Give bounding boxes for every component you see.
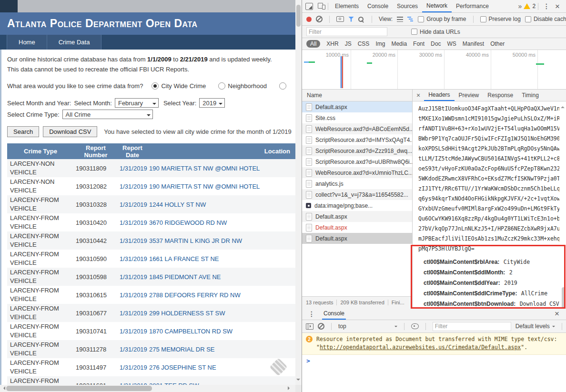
- type-filter-chip[interactable]: JS: [345, 40, 352, 47]
- cell-location[interactable]: 1870 CAMPBELLTON RD SW: [147, 328, 295, 335]
- radio-icon[interactable]: [279, 82, 286, 90]
- detail-tab[interactable]: Timing: [517, 90, 543, 101]
- issues-warning-badge[interactable]: 2: [524, 3, 536, 10]
- year-select[interactable]: 2019: [199, 98, 225, 108]
- scroll-down-arrow-icon[interactable]: [296, 379, 300, 382]
- warning-url-link[interactable]: http://opendataportal.azurewebsites.us/C…: [320, 344, 521, 351]
- area-radio-option[interactable]: City Wide Crime: [152, 82, 206, 90]
- cell-location[interactable]: 275 MEMORIAL DR SE: [147, 346, 295, 353]
- type-filter-chip[interactable]: Doc: [431, 40, 441, 47]
- devtools-tab[interactable]: Console: [363, 0, 393, 12]
- page-horizontal-scrollbar[interactable]: [0, 385, 295, 392]
- device-toolbar-icon[interactable]: [318, 3, 325, 10]
- radio-icon[interactable]: [218, 82, 225, 90]
- console-filter-input[interactable]: [433, 322, 511, 331]
- type-filter-chip[interactable]: WS: [447, 40, 456, 47]
- overview-view-icon[interactable]: [407, 17, 414, 22]
- radio-icon[interactable]: [152, 82, 159, 90]
- search-button[interactable]: Search: [7, 126, 39, 137]
- scrollbar-thumb[interactable]: [562, 287, 565, 309]
- request-row[interactable]: Default.aspx: [302, 211, 412, 222]
- radio-label[interactable]: Neighborhood: [228, 82, 267, 90]
- area-radio-option[interactable]: [279, 82, 289, 90]
- cell-location[interactable]: 1661 LA FRANCE ST NE: [147, 255, 295, 262]
- request-row[interactable]: WebResource.axd?d=xUmnioThzLC...: [302, 167, 412, 178]
- clear-console-icon[interactable]: [318, 323, 324, 330]
- devtools-tab[interactable]: Elements: [331, 0, 363, 12]
- cell-report-date[interactable]: 1/31/2019: [118, 255, 147, 262]
- request-row[interactable]: data:image/png;base...: [302, 200, 412, 211]
- checkbox-icon[interactable]: [411, 29, 417, 35]
- nav-tab[interactable]: Crime Data: [47, 35, 102, 50]
- type-filter-chip[interactable]: XHR: [326, 40, 338, 47]
- checkbox-icon[interactable]: [418, 16, 424, 22]
- devtools-close-icon[interactable]: ×: [552, 2, 563, 10]
- scrollbar-thumb[interactable]: [296, 5, 301, 27]
- scrollbar-thumb[interactable]: [6, 386, 152, 391]
- search-icon[interactable]: [358, 17, 364, 22]
- group-by-frame-checkbox[interactable]: Group by frame: [418, 16, 466, 22]
- radio-label[interactable]: City Wide Crime: [161, 82, 206, 90]
- console-tab[interactable]: Console: [322, 308, 346, 320]
- hide-data-urls-checkbox[interactable]: Hide data URLs: [411, 29, 460, 35]
- devtools-tab[interactable]: Performance: [452, 0, 493, 12]
- screenshot-capture-icon[interactable]: [336, 16, 344, 22]
- cell-location[interactable]: 2788 DEFOORS FERRY RD NW: [147, 291, 295, 299]
- warning-count-badge[interactable]: 2: [306, 336, 313, 342]
- cell-report-date[interactable]: 1/31/2019: [118, 328, 147, 335]
- type-filter-chip[interactable]: Manifest: [463, 40, 484, 47]
- type-filter-chip[interactable]: Other: [490, 40, 505, 47]
- checkbox-icon[interactable]: [525, 16, 531, 22]
- cell-location[interactable]: 1845 PIEDMONT AVE NE: [147, 273, 295, 281]
- checkbox-icon[interactable]: [480, 16, 486, 22]
- request-row[interactable]: collect?v=1&_v=j73&a=116545582...: [302, 189, 412, 200]
- cell-report-date[interactable]: 1/31/2019: [118, 201, 147, 208]
- cell-location[interactable]: 190 MARIETTA ST NW @OMNI HOTEL: [147, 165, 295, 172]
- scroll-right-arrow-icon[interactable]: [288, 386, 292, 390]
- detail-tab[interactable]: Preview: [455, 90, 484, 101]
- detail-close-icon[interactable]: ×: [414, 91, 423, 99]
- network-overview-timeline[interactable]: 10000 ms 20000 ms 30000 ms 40000 ms 5000…: [302, 50, 566, 90]
- download-csv-button[interactable]: Download CSV: [43, 126, 97, 137]
- console-close-icon[interactable]: ×: [552, 310, 562, 318]
- request-rows-view-icon[interactable]: [397, 17, 403, 22]
- devtools-menu-icon[interactable]: ⋮: [541, 2, 552, 10]
- cell-report-date[interactable]: 1/31/2019: [118, 237, 147, 244]
- request-row[interactable]: ScriptResource.axd?d=Zzz918_dwq...: [302, 145, 412, 156]
- cell-report-date[interactable]: 1/31/2019: [118, 183, 147, 190]
- cell-location[interactable]: 1244 HOLLY ST NW: [147, 201, 295, 208]
- cell-report-date[interactable]: 1/31/2019: [118, 346, 147, 353]
- name-column-header[interactable]: Name: [302, 90, 412, 101]
- cell-location[interactable]: 299 HOLDERNESS ST SW: [147, 310, 295, 317]
- disable-cache-checkbox[interactable]: Disable cache: [525, 16, 566, 22]
- record-icon[interactable]: [306, 17, 312, 22]
- scroll-left-arrow-icon[interactable]: [1, 386, 5, 390]
- cell-report-date[interactable]: 1/31/2019: [118, 165, 147, 172]
- cell-location[interactable]: 3537 MARTIN L KING JR DR NW: [147, 237, 295, 244]
- request-row[interactable]: ScriptResource.axd?d=uUBRhw8Q6i...: [302, 156, 412, 167]
- devtools-tab[interactable]: Sources: [393, 0, 422, 12]
- request-row[interactable]: Default.aspx: [302, 101, 412, 112]
- request-row[interactable]: ScriptResource.axd?d=IMYSxQAgT4...: [302, 134, 412, 145]
- type-filter-chip[interactable]: Img: [375, 40, 385, 47]
- request-row[interactable]: Default.aspx: [302, 222, 412, 233]
- crime-type-select[interactable]: All Crime: [62, 110, 153, 119]
- cell-report-date[interactable]: 1/31/2019: [118, 364, 147, 371]
- type-filter-chip[interactable]: All: [306, 40, 320, 48]
- type-filter-chip[interactable]: Font: [413, 40, 424, 47]
- scroll-up-arrow-icon[interactable]: [561, 104, 565, 108]
- console-sidebar-toggle-icon[interactable]: [306, 323, 313, 330]
- cell-report-date[interactable]: 1/31/2019: [118, 310, 147, 317]
- more-tabs-icon[interactable]: »: [516, 2, 524, 10]
- cell-report-date[interactable]: 1/31/2019: [118, 291, 147, 299]
- request-row[interactable]: Site.css: [302, 112, 412, 123]
- request-row[interactable]: analytics.js: [302, 178, 412, 189]
- cell-location[interactable]: 3670 RIDGEWOOD RD NW: [147, 219, 295, 226]
- live-expression-eye-icon[interactable]: [411, 323, 419, 329]
- network-filter-input[interactable]: [306, 27, 387, 36]
- inspect-element-icon[interactable]: [305, 3, 313, 10]
- request-row[interactable]: WebResource.axd?d=ABCoEemN5d...: [302, 123, 412, 134]
- request-row[interactable]: Default.aspx: [302, 233, 412, 244]
- console-prompt-chevron[interactable]: >: [302, 355, 566, 367]
- nav-tab[interactable]: Home: [7, 35, 47, 50]
